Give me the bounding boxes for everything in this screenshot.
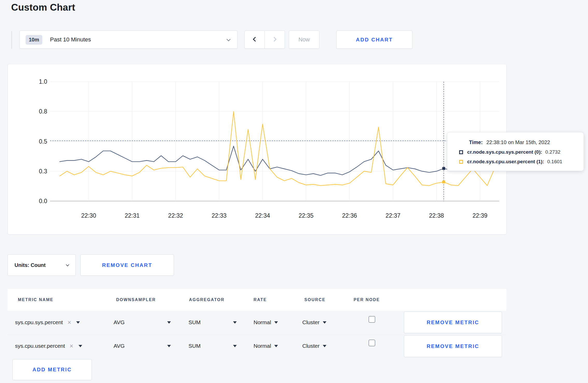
svg-text:22:34: 22:34 bbox=[255, 212, 270, 219]
tooltip-time-row: Time: 22:38:10 on Mar 15th, 2022 bbox=[459, 139, 576, 145]
tooltip-time-label: Time: bbox=[469, 139, 483, 145]
per-node-checkbox[interactable] bbox=[369, 340, 375, 346]
timescale-badge: 10m bbox=[26, 35, 42, 45]
remove-metric-button[interactable]: REMOVE METRIC bbox=[404, 335, 502, 357]
time-window-nav bbox=[244, 31, 285, 49]
metric-name-label: sys.cpu.user.percent bbox=[15, 343, 65, 349]
metric-name-select[interactable]: sys.cpu.sys.percent ✕ bbox=[15, 315, 80, 330]
chart-svg[interactable]: 0.00.30.50.81.022:3022:3122:3222:3322:34… bbox=[8, 64, 507, 235]
svg-text:0.3: 0.3 bbox=[39, 168, 47, 175]
chart-tooltip: Time: 22:38:10 on Mar 15th, 2022 cr.node… bbox=[447, 132, 584, 171]
timescale-dropdown[interactable]: 10m Past 10 Minutes bbox=[19, 31, 237, 49]
aggregator-value: SUM bbox=[188, 319, 201, 325]
svg-text:22:37: 22:37 bbox=[386, 212, 401, 219]
header-aggregator: AGGREGATOR bbox=[189, 297, 225, 302]
svg-text:22:35: 22:35 bbox=[299, 212, 314, 219]
aggregator-value: SUM bbox=[188, 343, 201, 349]
aggregator-select[interactable]: SUM bbox=[188, 315, 237, 330]
chevron-down-icon bbox=[227, 37, 231, 41]
triangle-down-icon bbox=[79, 345, 82, 347]
clear-metric-icon[interactable]: ✕ bbox=[67, 320, 71, 325]
tooltip-series-row: cr.node.sys.cpu.sys.percent (0): 0.2732 bbox=[459, 149, 576, 155]
series-swatch-icon bbox=[459, 150, 463, 154]
svg-text:22:38: 22:38 bbox=[429, 212, 444, 219]
now-button[interactable]: Now bbox=[289, 31, 319, 49]
downsampler-value: AVG bbox=[114, 319, 125, 325]
series-swatch-icon bbox=[459, 160, 463, 164]
custom-chart-page: Custom Chart 10m Past 10 Minutes Now ADD… bbox=[0, 0, 588, 383]
tooltip-series-label: cr.node.sys.cpu.sys.percent (0): bbox=[467, 149, 542, 155]
prev-timewindow-button[interactable] bbox=[245, 31, 265, 48]
rate-select[interactable]: Normal bbox=[254, 338, 278, 354]
triangle-down-icon bbox=[323, 321, 326, 324]
triangle-down-icon bbox=[233, 345, 237, 347]
triangle-down-icon bbox=[76, 321, 80, 324]
next-timewindow-button[interactable] bbox=[265, 31, 285, 48]
svg-text:22:30: 22:30 bbox=[81, 212, 96, 219]
timescale-label: Past 10 Minutes bbox=[50, 36, 91, 43]
units-label: Units: Count bbox=[15, 262, 46, 268]
svg-text:1.0: 1.0 bbox=[39, 78, 47, 85]
per-node-checkbox[interactable] bbox=[369, 316, 375, 323]
header-per-node: PER NODE bbox=[354, 297, 380, 302]
rate-value: Normal bbox=[254, 319, 271, 325]
svg-text:22:32: 22:32 bbox=[168, 212, 183, 219]
svg-text:0.0: 0.0 bbox=[39, 198, 47, 204]
add-metric-button[interactable]: ADD METRIC bbox=[12, 359, 92, 380]
header-rate: RATE bbox=[254, 297, 267, 302]
remove-chart-button[interactable]: REMOVE CHART bbox=[80, 254, 174, 276]
aggregator-select[interactable]: SUM bbox=[188, 338, 237, 354]
metrics-table-header: METRIC NAME DOWNSAMPLER AGGREGATOR RATE … bbox=[8, 289, 506, 311]
source-select[interactable]: Cluster bbox=[302, 338, 326, 354]
svg-text:22:39: 22:39 bbox=[473, 212, 488, 219]
metric-name-label: sys.cpu.sys.percent bbox=[15, 319, 63, 325]
svg-text:22:31: 22:31 bbox=[125, 212, 140, 219]
svg-text:0.5: 0.5 bbox=[39, 138, 47, 145]
downsampler-select[interactable]: AVG bbox=[114, 338, 171, 354]
downsampler-select[interactable]: AVG bbox=[114, 315, 171, 330]
metric-name-select[interactable]: sys.cpu.user.percent ✕ bbox=[15, 338, 82, 354]
row-separator bbox=[8, 335, 506, 335]
svg-text:22:36: 22:36 bbox=[342, 212, 357, 219]
chevron-left-icon bbox=[253, 37, 257, 41]
units-dropdown[interactable]: Units: Count bbox=[8, 254, 76, 276]
remove-metric-button[interactable]: REMOVE METRIC bbox=[404, 311, 502, 333]
tooltip-series-row: cr.node.sys.cpu.user.percent (1): 0.1601 bbox=[459, 159, 576, 165]
svg-text:0.8: 0.8 bbox=[39, 108, 47, 115]
triangle-down-icon bbox=[323, 345, 326, 347]
tooltip-time-value: 22:38:10 on Mar 15th, 2022 bbox=[486, 139, 550, 145]
rate-select[interactable]: Normal bbox=[254, 315, 278, 330]
tooltip-series-label: cr.node.sys.cpu.user.percent (1): bbox=[467, 159, 544, 165]
source-value: Cluster bbox=[302, 343, 320, 349]
tooltip-series-value: 0.1601 bbox=[547, 159, 562, 165]
chevron-right-icon bbox=[272, 37, 276, 41]
triangle-down-icon bbox=[167, 321, 171, 324]
source-select[interactable]: Cluster bbox=[302, 315, 326, 330]
downsampler-value: AVG bbox=[114, 343, 125, 349]
header-metric-name: METRIC NAME bbox=[18, 297, 53, 302]
per-node-cell bbox=[369, 311, 375, 327]
svg-text:22:33: 22:33 bbox=[212, 212, 227, 219]
triangle-down-icon bbox=[167, 345, 171, 347]
page-title: Custom Chart bbox=[11, 2, 75, 13]
clear-metric-icon[interactable]: ✕ bbox=[69, 343, 74, 349]
triangle-down-icon bbox=[274, 345, 278, 347]
triangle-down-icon bbox=[274, 321, 278, 324]
rate-value: Normal bbox=[254, 343, 271, 349]
tooltip-series-value: 0.2732 bbox=[545, 149, 560, 155]
header-downsampler: DOWNSAMPLER bbox=[116, 297, 156, 302]
add-chart-button[interactable]: ADD CHART bbox=[336, 31, 412, 49]
chevron-down-icon bbox=[66, 263, 69, 266]
chart-card: 0.00.30.50.81.022:3022:3122:3222:3322:34… bbox=[8, 64, 507, 235]
toolbar-divider bbox=[11, 31, 12, 49]
per-node-cell bbox=[369, 335, 375, 351]
source-value: Cluster bbox=[302, 319, 320, 325]
header-source: SOURCE bbox=[304, 297, 326, 302]
triangle-down-icon bbox=[233, 321, 237, 324]
